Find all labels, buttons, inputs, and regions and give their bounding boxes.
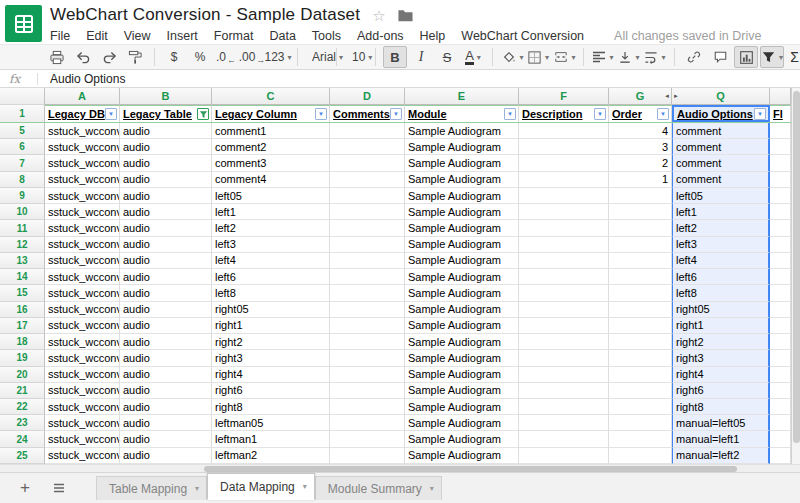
cell-G6[interactable]: 3 [609, 139, 672, 155]
cell-B7[interactable]: audio [120, 155, 212, 171]
cell-G12[interactable] [609, 237, 672, 253]
row-header-17[interactable]: 17 [0, 318, 45, 334]
menu-file[interactable]: File [50, 29, 78, 43]
row-header-5[interactable]: 5 [0, 123, 45, 139]
filter-dropdown-button-F[interactable]: ▼ [594, 108, 606, 120]
cell-E18[interactable]: Sample Audiogram [405, 334, 519, 350]
cell-A19[interactable]: sstuck_wcconv [45, 350, 120, 366]
cell-Q10[interactable]: left1 [672, 204, 770, 220]
cell-C10[interactable]: left1 [212, 204, 330, 220]
cell-E22[interactable]: Sample Audiogram [405, 399, 519, 415]
row-header-25[interactable]: 25 [0, 448, 45, 464]
menu-edit[interactable]: Edit [78, 29, 116, 43]
cell-C19[interactable]: right3 [212, 350, 330, 366]
row-header-23[interactable]: 23 [0, 415, 45, 431]
cell-B5[interactable]: audio [120, 123, 212, 139]
all-sheets-icon[interactable] [44, 473, 74, 503]
active-filter-button-B[interactable] [197, 108, 209, 120]
menu-insert[interactable]: Insert [159, 29, 206, 43]
cell-E23[interactable]: Sample Audiogram [405, 415, 519, 431]
cell-Q12[interactable]: left3 [672, 237, 770, 253]
cell-F20[interactable] [519, 367, 609, 383]
cell-X22[interactable] [770, 399, 791, 415]
column-header-G[interactable]: G◄ [609, 88, 672, 105]
cell-G24[interactable] [609, 431, 672, 447]
cell-A6[interactable]: sstuck_wcconv [45, 139, 120, 155]
cell-Q8[interactable]: comment [672, 172, 770, 188]
filter-dropdown-button-C[interactable]: ▼ [315, 108, 327, 120]
cell-Q19[interactable]: right3 [672, 350, 770, 366]
cell-F15[interactable] [519, 285, 609, 301]
cell-A12[interactable]: sstuck_wcconv [45, 237, 120, 253]
cell-D9[interactable] [330, 188, 405, 204]
cell-E7[interactable]: Sample Audiogram [405, 155, 519, 171]
row-header-24[interactable]: 24 [0, 431, 45, 447]
column-header-partial[interactable] [770, 88, 791, 105]
sheet-tab-module-summary[interactable]: Module Summary▾ [315, 476, 442, 500]
cell-C6[interactable]: comment2 [212, 139, 330, 155]
increase-decimal-places-button[interactable]: .00→ [240, 46, 264, 68]
borders-button[interactable]: ▾ [526, 46, 550, 68]
cell-G17[interactable] [609, 318, 672, 334]
cell-D12[interactable] [330, 237, 405, 253]
menu-data[interactable]: Data [261, 29, 303, 43]
add-sheet-button[interactable]: + [12, 473, 38, 503]
cell-E12[interactable]: Sample Audiogram [405, 237, 519, 253]
cell-Q11[interactable]: left2 [672, 220, 770, 236]
row-header-13[interactable]: 13 [0, 253, 45, 269]
cell-A1[interactable]: Legacy DB▼ [45, 105, 120, 122]
cell-C9[interactable]: left05 [212, 188, 330, 204]
cell-B23[interactable]: audio [120, 415, 212, 431]
column-header-C[interactable]: C [212, 88, 330, 105]
column-header-B[interactable]: B [120, 88, 212, 105]
cell-D11[interactable] [330, 220, 405, 236]
cell-Q13[interactable]: left4 [672, 253, 770, 269]
star-icon[interactable]: ☆ [372, 8, 385, 23]
row-header-19[interactable]: 19 [0, 350, 45, 366]
menu-add-ons[interactable]: Add-ons [349, 29, 412, 43]
cell-C8[interactable]: comment4 [212, 172, 330, 188]
cell-F9[interactable] [519, 188, 609, 204]
row-header-21[interactable]: 21 [0, 383, 45, 399]
column-header-A[interactable]: A [45, 88, 120, 105]
redo-button[interactable] [97, 46, 121, 68]
cell-G16[interactable] [609, 302, 672, 318]
text-wrap-button[interactable]: ▾ [643, 46, 667, 68]
cell-G18[interactable] [609, 334, 672, 350]
cell-D16[interactable] [330, 302, 405, 318]
cell-F18[interactable] [519, 334, 609, 350]
cell-Q21[interactable]: right6 [672, 383, 770, 399]
cell-G22[interactable] [609, 399, 672, 415]
insert-chart-button[interactable] [734, 46, 758, 68]
row-header-12[interactable]: 12 [0, 237, 45, 253]
vertical-scrollbar-thumb[interactable] [793, 91, 800, 443]
cell-E14[interactable]: Sample Audiogram [405, 269, 519, 285]
grid-corner-cell[interactable] [0, 88, 45, 105]
cell-X16[interactable] [770, 302, 791, 318]
cell-X6[interactable] [770, 139, 791, 155]
cell-D20[interactable] [330, 367, 405, 383]
cell-C5[interactable]: comment1 [212, 123, 330, 139]
cell-F21[interactable] [519, 383, 609, 399]
cell-B15[interactable]: audio [120, 285, 212, 301]
cell-E20[interactable]: Sample Audiogram [405, 367, 519, 383]
cell-X13[interactable] [770, 253, 791, 269]
vertical-scrollbar[interactable] [791, 88, 800, 464]
cell-Q16[interactable]: right05 [672, 302, 770, 318]
cell-B10[interactable]: audio [120, 204, 212, 220]
cell-F24[interactable] [519, 431, 609, 447]
cell-G19[interactable] [609, 350, 672, 366]
cell-Q23[interactable]: manual=left05 [672, 415, 770, 431]
cell-D10[interactable] [330, 204, 405, 220]
cell-B12[interactable]: audio [120, 237, 212, 253]
font-size-select[interactable]: 10▾ [344, 46, 368, 68]
cell-A11[interactable]: sstuck_wcconv [45, 220, 120, 236]
cell-A21[interactable]: sstuck_wcconv [45, 383, 120, 399]
cell-C23[interactable]: leftman05 [212, 415, 330, 431]
cell-X14[interactable] [770, 269, 791, 285]
cell-Q24[interactable]: manual=left1 [672, 431, 770, 447]
cell-Q18[interactable]: right2 [672, 334, 770, 350]
cell-B16[interactable]: audio [120, 302, 212, 318]
cell-G14[interactable] [609, 269, 672, 285]
cell-E11[interactable]: Sample Audiogram [405, 220, 519, 236]
